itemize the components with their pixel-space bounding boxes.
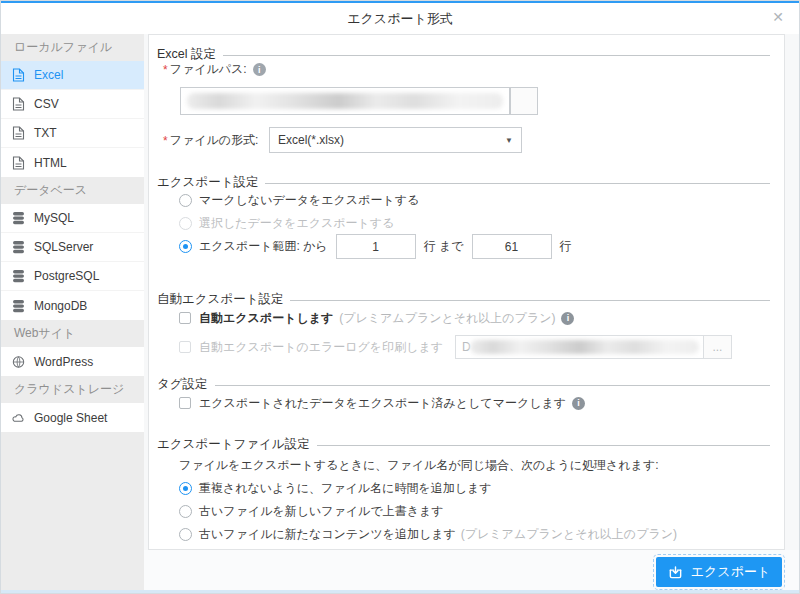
range-from-input[interactable]: 1 (336, 234, 416, 259)
footer-bar: エクスポート (144, 550, 799, 590)
globe-icon (12, 355, 25, 369)
sidebar-group-local-files: Excel CSV TXT HTML (1, 61, 144, 177)
range-to-input[interactable]: 61 (472, 234, 552, 259)
cloud-icon (12, 411, 25, 425)
sidebar-header-website: Webサイト (1, 320, 144, 347)
export-target-sidebar: ローカルファイル Excel CSV TXT HTML データベース MySQL… (1, 34, 144, 590)
error-log-path-input[interactable]: D (455, 335, 704, 359)
sidebar-item-label: Google Sheet (34, 411, 107, 425)
radio-icon[interactable] (179, 217, 192, 230)
checkbox-auto-export[interactable]: 自動エクスポートします (プレミアムプランとそれ以上のプラン) i (179, 308, 574, 328)
sidebar-item-label: HTML (34, 156, 67, 170)
radio-label: 選択したデータをエクスポートする (199, 215, 394, 232)
chevron-down-icon: ▼ (505, 136, 513, 145)
checkbox-error-log[interactable]: 自動エクスポートのエラーログを印刷します D ... (179, 334, 732, 360)
file-format-label-row: * ファイルの形式: (163, 132, 258, 149)
sidebar-item-label: SQLServer (34, 240, 93, 254)
sidebar-item-label: WordPress (34, 355, 93, 369)
sidebar-item-label: CSV (34, 97, 59, 111)
sidebar-group-website: WordPress (1, 347, 144, 376)
error-log-browse-button[interactable]: ... (704, 335, 732, 359)
database-icon (12, 240, 25, 254)
checkbox-icon[interactable] (179, 341, 191, 353)
file-format-label: ファイルの形式: (170, 132, 259, 149)
premium-note: (プレミアムプランとそれ以上のプラン) (339, 310, 555, 327)
file-path-label-row: * ファイルパス: i (163, 61, 266, 78)
export-button-label: エクスポート (691, 563, 771, 581)
premium-note: (プレミアムプランとそれ以上のプラン) (461, 526, 677, 543)
sidebar-item-wordpress[interactable]: WordPress (1, 347, 144, 376)
section-export-settings: エクスポート設定 (157, 173, 770, 191)
sidebar-item-mysql[interactable]: MySQL (1, 204, 144, 233)
radio-append[interactable]: 古いファイルに新たなコンテンツを追加します (プレミアムプランとそれ以上のプラン… (179, 524, 677, 544)
radio-icon[interactable] (179, 482, 192, 495)
section-tag-settings: タグ設定 (157, 375, 770, 393)
close-icon[interactable]: ✕ (769, 8, 787, 26)
checkbox-icon[interactable] (179, 397, 191, 409)
radio-icon[interactable] (179, 528, 192, 541)
required-mark: * (163, 134, 168, 148)
info-icon[interactable]: i (572, 397, 585, 410)
radio-overwrite[interactable]: 古いファイルを新しいファイルで上書きます (179, 501, 444, 521)
duplicate-handling-description: ファイルをエクスポートするときに、ファイル名が同じ場合、次のように処理されます: (179, 456, 659, 474)
sidebar-item-excel[interactable]: Excel (1, 61, 144, 90)
file-icon (12, 68, 25, 82)
section-export-file-settings: エクスポートファイル設定 (157, 435, 770, 453)
section-rule (265, 183, 770, 184)
sidebar-item-mongodb[interactable]: MongoDB (1, 291, 144, 320)
sidebar-item-csv[interactable]: CSV (1, 90, 144, 119)
sidebar-item-label: MongoDB (34, 299, 87, 313)
checkbox-mark-exported[interactable]: エクスポートされたデータをエクスポート済みとしてマークします i (179, 393, 585, 413)
checkbox-label: 自動エクスポートのエラーログを印刷します (199, 339, 443, 356)
file-icon (12, 126, 25, 140)
file-path-browse-button[interactable] (510, 87, 538, 115)
sidebar-item-label: TXT (34, 126, 57, 140)
required-mark: * (163, 63, 168, 77)
sidebar-item-html[interactable]: HTML (1, 148, 144, 177)
radio-icon[interactable] (179, 194, 192, 207)
radio-label: 重複されないように、ファイル名に時間を追加します (199, 480, 492, 497)
radio-export-selected[interactable]: 選択したデータをエクスポートする (179, 213, 394, 233)
sidebar-group-cloud-storage: Google Sheet (1, 403, 144, 432)
range-end-label: 行 (560, 238, 572, 255)
dialog-title: エクスポート形式 (1, 10, 799, 28)
sidebar-header-database: データベース (1, 177, 144, 204)
sidebar-item-txt[interactable]: TXT (1, 119, 144, 148)
checkbox-label: エクスポートされたデータをエクスポート済みとしてマークします (199, 395, 566, 412)
sidebar-item-label: MySQL (34, 211, 74, 225)
file-path-input[interactable] (180, 87, 510, 115)
radio-export-unmarked[interactable]: マークしないデータをエクスポートする (179, 190, 419, 210)
database-icon (12, 211, 25, 225)
window-bottom-line (1, 590, 799, 593)
info-icon[interactable]: i (561, 312, 574, 325)
redacted-file-path (187, 93, 503, 109)
file-icon (12, 156, 25, 170)
sidebar-item-sqlserver[interactable]: SQLServer (1, 233, 144, 262)
info-icon[interactable]: i (253, 63, 266, 76)
sidebar-item-google-sheet[interactable]: Google Sheet (1, 403, 144, 432)
radio-export-range[interactable]: エクスポート範囲: から 1 行 まで 61 行 (179, 233, 572, 260)
radio-icon[interactable] (179, 240, 192, 253)
section-title: 自動エクスポート設定 (157, 291, 283, 308)
window-accent-line (1, 1, 799, 3)
radio-label: 古いファイルに新たなコンテンツを追加します (199, 526, 456, 543)
range-label: エクスポート範囲: から (199, 238, 328, 255)
section-title: タグ設定 (157, 376, 208, 393)
range-middle-label: 行 まで (424, 238, 464, 255)
sidebar-item-label: PostgreSQL (34, 269, 99, 283)
radio-add-time[interactable]: 重複されないように、ファイル名に時間を追加します (179, 478, 492, 498)
file-path-label: ファイルパス: (170, 61, 247, 78)
radio-label: 古いファイルを新しいファイルで上書きます (199, 503, 444, 520)
sidebar-item-postgresql[interactable]: PostgreSQL (1, 262, 144, 291)
section-rule (317, 445, 770, 446)
file-icon (12, 97, 25, 111)
section-title: Excel 設定 (157, 46, 216, 63)
radio-icon[interactable] (179, 505, 192, 518)
file-format-value: Excel(*.xlsx) (278, 133, 344, 147)
export-button[interactable]: エクスポート (656, 557, 782, 587)
file-format-select[interactable]: Excel(*.xlsx) ▼ (269, 127, 522, 153)
section-rule (223, 55, 770, 56)
checkbox-icon[interactable] (179, 312, 191, 324)
settings-panel: Excel 設定 * ファイルパス: i * ファイルの形式: Excel(*.… (148, 34, 785, 550)
sidebar-group-database: MySQL SQLServer PostgreSQL MongoDB (1, 204, 144, 320)
